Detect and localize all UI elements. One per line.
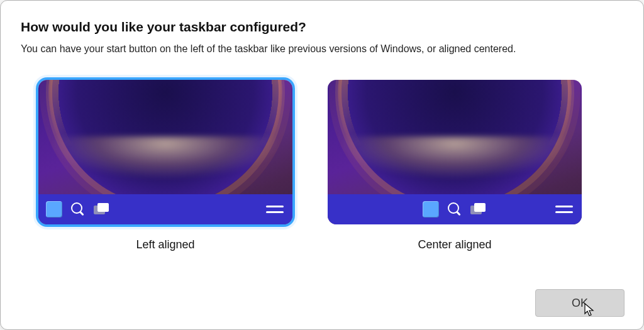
start-icon — [46, 201, 62, 217]
option-center-label: Center aligned — [418, 238, 491, 251]
alignment-options: Left aligned Center aligned — [21, 80, 623, 251]
option-left-label: Left aligned — [136, 238, 194, 251]
option-center-aligned[interactable]: Center aligned — [328, 80, 582, 251]
thumbnail-center[interactable] — [328, 80, 582, 224]
taskbar-preview-center — [328, 194, 582, 224]
search-icon — [448, 202, 462, 216]
search-icon — [71, 202, 85, 216]
dialog-title: How would you like your taskbar configur… — [21, 19, 623, 35]
taskview-icon — [94, 203, 110, 216]
option-left-aligned[interactable]: Left aligned — [38, 80, 292, 251]
taskbar-icons — [46, 201, 110, 217]
start-icon — [423, 201, 439, 217]
dialog-button-bar: OK — [535, 289, 625, 317]
system-tray-icon — [555, 206, 573, 213]
taskbar-icons — [423, 201, 487, 217]
thumbnail-left[interactable] — [38, 80, 292, 224]
dialog-subtitle: You can have your start button on the le… — [21, 43, 623, 55]
ok-button[interactable]: OK — [535, 289, 625, 317]
taskbar-preview-left — [38, 194, 292, 224]
system-tray-icon — [266, 206, 284, 213]
taskbar-config-dialog: How would you like your taskbar configur… — [0, 0, 644, 330]
taskview-icon — [470, 203, 487, 216]
ok-button-label: OK — [572, 297, 588, 310]
